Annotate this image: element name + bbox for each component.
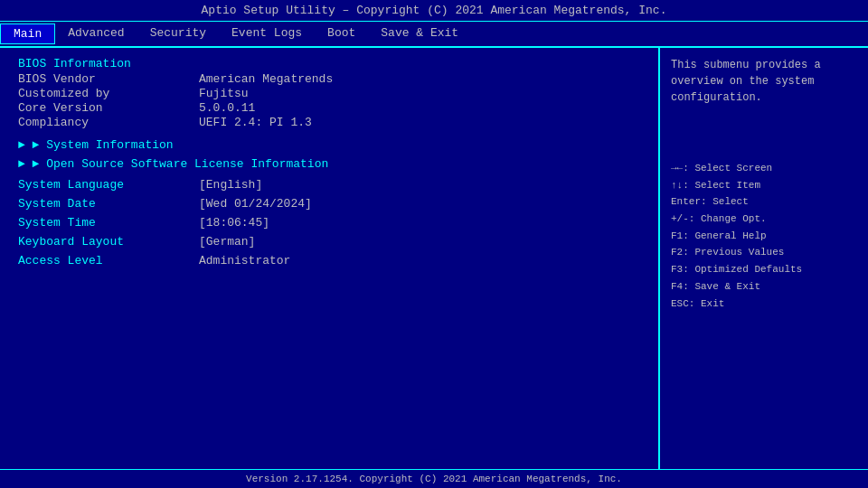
menu-item-boot[interactable]: Boot [315, 23, 368, 44]
setting-value: Administrator [199, 254, 290, 267]
help-key-line: +/-: Change Opt. [671, 211, 857, 228]
settings: System Language[English]System Date[Wed … [18, 178, 640, 267]
setting-value[interactable]: [Wed 01/24/2024] [199, 197, 312, 211]
setting-row: System Date[Wed 01/24/2024] [18, 197, 640, 211]
bios-field-row: Core Version5.0.0.11 [18, 101, 640, 115]
title-text: Aptio Setup Utility – Copyright (C) 2021… [202, 4, 667, 17]
footer: Version 2.17.1254. Copyright (C) 2021 Am… [0, 469, 868, 488]
help-key-line: F2: Previous Values [671, 244, 857, 261]
setting-row: System Language[English] [18, 178, 640, 192]
menu-item-event-logs[interactable]: Event Logs [219, 23, 315, 44]
setting-row: System Time[18:06:45] [18, 216, 640, 230]
setting-value[interactable]: [18:06:45] [199, 216, 269, 230]
bios-field-label: Compliancy [18, 116, 199, 129]
setting-label: System Time [18, 216, 199, 230]
setting-label: Access Level [18, 254, 199, 267]
help-key-line: Enter: Select [671, 193, 857, 211]
bios-field-label: Core Version [18, 101, 199, 115]
main-content: BIOS Information BIOS VendorAmerican Meg… [0, 48, 868, 469]
title-bar: Aptio Setup Utility – Copyright (C) 2021… [0, 0, 868, 22]
help-keys: →←: Select Screen↑↓: Select ItemEnter: S… [671, 160, 857, 312]
setting-row: Keyboard Layout[German] [18, 235, 640, 249]
bios-field-row: CompliancyUEFI 2.4: PI 1.3 [18, 116, 640, 129]
bios-field-row: Customized byFujitsu [18, 87, 640, 100]
setting-label: System Language [18, 178, 199, 192]
bios-screen: Aptio Setup Utility – Copyright (C) 2021… [0, 0, 868, 488]
help-key-line: →←: Select Screen [671, 160, 857, 177]
menu-item-security[interactable]: Security [137, 23, 219, 44]
setting-row: Access LevelAdministrator [18, 254, 640, 267]
setting-label: System Date [18, 197, 199, 211]
help-key-line: ↑↓: Select Item [671, 177, 857, 194]
setting-value[interactable]: [English] [199, 178, 262, 192]
bios-field-row: BIOS VendorAmerican Megatrends [18, 72, 640, 86]
help-key-line: F4: Save & Exit [671, 278, 857, 296]
help-key-line: ESC: Exit [671, 296, 857, 313]
help-text: This submenu provides a overview on the … [671, 57, 857, 106]
menu-item-main[interactable]: Main [0, 23, 55, 44]
right-panel: This submenu provides a overview on the … [660, 48, 868, 469]
bios-field-value: UEFI 2.4: PI 1.3 [199, 116, 312, 129]
bios-field-value: 5.0.0.11 [199, 101, 255, 115]
bios-info-label: BIOS Information [18, 57, 640, 70]
menu-item-advanced[interactable]: Advanced [55, 23, 137, 44]
submenu-item[interactable]: ► System Information [18, 138, 640, 152]
menu-item-save-&-exit[interactable]: Save & Exit [368, 23, 471, 44]
bios-field-label: BIOS Vendor [18, 72, 199, 86]
help-key-line: F1: General Help [671, 228, 857, 245]
bios-field-value: Fujitsu [199, 87, 249, 100]
submenu-item[interactable]: ► Open Source Software License Informati… [18, 157, 640, 171]
bios-field-value: American Megatrends [199, 72, 333, 86]
help-key-line: F3: Optimized Defaults [671, 261, 857, 278]
footer-text: Version 2.17.1254. Copyright (C) 2021 Am… [246, 474, 622, 484]
left-panel: BIOS Information BIOS VendorAmerican Meg… [0, 48, 660, 469]
menu-bar[interactable]: MainAdvancedSecurityEvent LogsBootSave &… [0, 22, 868, 48]
submenus[interactable]: ► System Information► Open Source Softwa… [18, 138, 640, 171]
bios-field-label: Customized by [18, 87, 199, 100]
bios-fields: BIOS VendorAmerican MegatrendsCustomized… [18, 72, 640, 129]
setting-label: Keyboard Layout [18, 235, 199, 249]
setting-value[interactable]: [German] [199, 235, 255, 249]
